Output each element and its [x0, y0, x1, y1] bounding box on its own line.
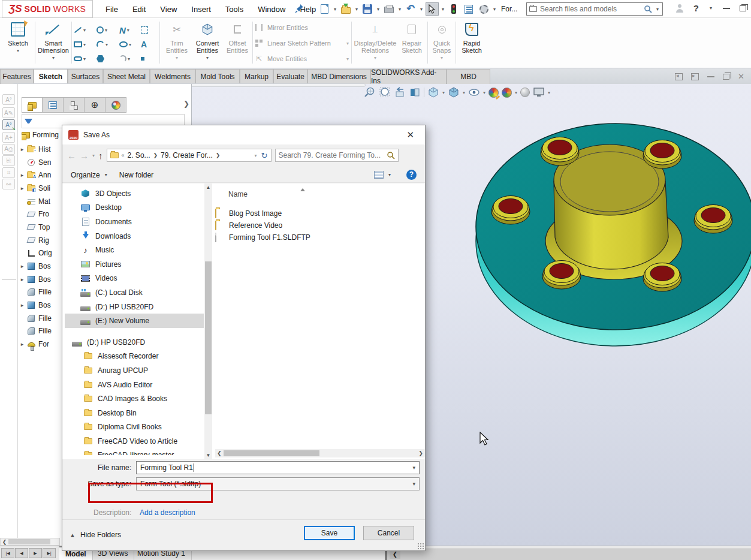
- breadcrumb-segment[interactable]: 79. Create For...: [161, 151, 213, 159]
- rectangle-tool[interactable]: ▾: [72, 37, 95, 52]
- display-style-dropdown[interactable]: ▾: [463, 90, 465, 95]
- folder-item[interactable]: Anurag UPCUP: [65, 363, 204, 378]
- global-search-box[interactable]: Search files and models ▾: [526, 2, 663, 16]
- menu-tools[interactable]: Tools: [225, 5, 243, 14]
- arc-tool[interactable]: ▾: [95, 37, 117, 52]
- address-dropdown[interactable]: ▾: [255, 153, 257, 158]
- file-row-blog-post-image[interactable]: Blog Post Image 10/31/2025 7:: [215, 207, 426, 219]
- undo-dropdown[interactable]: ▾: [419, 7, 424, 12]
- scroll-right-arrow[interactable]: ❯: [417, 450, 425, 456]
- folder-item[interactable]: FreeCAD Video to Article: [65, 434, 204, 448]
- cancel-button[interactable]: Cancel: [363, 526, 414, 540]
- menu-insert[interactable]: Insert: [191, 5, 211, 14]
- sketch-button[interactable]: Sketch▾: [4, 20, 32, 53]
- print-dropdown[interactable]: ▾: [397, 7, 402, 12]
- forming-tool-3d-model[interactable]: [384, 90, 751, 372]
- place-videos[interactable]: Videos: [65, 272, 204, 286]
- dialog-help-icon[interactable]: ?: [406, 170, 417, 180]
- scrollbar-thumb[interactable]: [8, 539, 50, 544]
- spline-tool[interactable]: N▾: [117, 23, 139, 37]
- view-orientation-icon[interactable]: [427, 86, 439, 98]
- breadcrumb-chevron[interactable]: ❯: [153, 152, 158, 158]
- tree-item-origin[interactable]: Orig: [18, 247, 62, 260]
- doc-close-icon[interactable]: ✕: [738, 72, 744, 81]
- organize-button[interactable]: Organize: [71, 171, 100, 179]
- print-icon[interactable]: [382, 2, 396, 16]
- line-tool[interactable]: ▾: [72, 23, 95, 37]
- scrollbar-thumb[interactable]: [205, 261, 212, 414]
- box-select-tool[interactable]: [139, 23, 157, 37]
- new-folder-button[interactable]: New folder: [119, 171, 153, 179]
- place-drive-e-selected[interactable]: (E:) New Volume: [65, 314, 204, 328]
- tab-dimxpert[interactable]: ⊕: [85, 97, 105, 113]
- search-icon[interactable]: [387, 151, 395, 159]
- search-dropdown[interactable]: ▾: [655, 7, 660, 12]
- tab-mold-tools[interactable]: Mold Tools: [195, 69, 240, 84]
- minimize-icon[interactable]: [723, 8, 730, 9]
- tree-item-fillet[interactable]: Fille: [18, 312, 62, 325]
- doc-minimize-icon[interactable]: [707, 76, 714, 77]
- column-name[interactable]: Name: [228, 190, 248, 198]
- folder-item[interactable]: Aissesoft Recorder: [65, 350, 204, 364]
- user-account-icon[interactable]: [675, 4, 684, 13]
- file-name-input[interactable]: Forming Tool R1 ▾: [136, 461, 420, 474]
- dialog-close-icon[interactable]: ✕: [402, 130, 419, 140]
- navigation-pane-scrollbar[interactable]: ▲ ▼: [204, 183, 212, 459]
- save-button[interactable]: Save: [304, 526, 355, 540]
- breadcrumb-overflow[interactable]: «: [122, 152, 125, 158]
- circle-tool[interactable]: ▾: [95, 23, 117, 37]
- up-icon[interactable]: ↑: [98, 150, 103, 161]
- tab-mbd-dimensions[interactable]: MBD Dimensions: [307, 69, 370, 84]
- hide-folders-button[interactable]: ▲ Hide Folders: [70, 531, 121, 539]
- screen-icon[interactable]: [533, 87, 545, 98]
- rebuild-icon[interactable]: [447, 2, 460, 16]
- place-music[interactable]: ♪Music: [65, 243, 204, 257]
- fillet-sketch-tool[interactable]: ▾: [117, 52, 139, 66]
- scroll-up-arrow[interactable]: ▲: [204, 183, 212, 191]
- help-icon[interactable]: ?: [693, 3, 699, 13]
- tree-item-top-plane[interactable]: Top: [18, 221, 62, 234]
- step-forward-button[interactable]: ▶: [29, 548, 42, 558]
- add-description-link[interactable]: Add a description: [140, 508, 195, 517]
- apply-scene-icon[interactable]: [502, 88, 512, 98]
- view-orientation-dropdown[interactable]: ▾: [442, 90, 445, 95]
- dialog-title-bar[interactable]: Save As ✕: [62, 125, 425, 144]
- options-list-icon[interactable]: [462, 2, 475, 16]
- new-document-icon[interactable]: [318, 2, 331, 16]
- select-dropdown[interactable]: ▾: [441, 7, 445, 12]
- pin-menu-icon[interactable]: [295, 4, 304, 13]
- refresh-icon[interactable]: ↻: [261, 152, 268, 159]
- zoom-to-area-icon[interactable]: [379, 86, 391, 98]
- point-tool[interactable]: [139, 52, 157, 66]
- menu-window[interactable]: Window: [258, 5, 285, 14]
- tab-feature-tree[interactable]: [22, 97, 43, 113]
- tree-item-form-tool[interactable]: ▸For: [18, 338, 62, 351]
- menu-edit[interactable]: Edit: [132, 5, 146, 14]
- folder-item[interactable]: Diploma Civil Books: [65, 420, 204, 435]
- breadcrumb-chevron[interactable]: ❯: [216, 152, 221, 158]
- tree-item-fillet[interactable]: Fille: [18, 286, 62, 299]
- tab-solidworks-add-ins[interactable]: SOLIDWORKS Add-Ins: [370, 69, 447, 84]
- folder-item[interactable]: AVS Audio Editor: [65, 378, 204, 392]
- tree-item-right-plane[interactable]: Rig: [18, 234, 62, 247]
- panel-horizontal-scrollbar[interactable]: ❮: [0, 538, 60, 546]
- fast-forward-button[interactable]: ▶|: [43, 548, 56, 558]
- menu-view[interactable]: View: [160, 5, 177, 14]
- tree-item-history[interactable]: ▸◔Hist: [18, 143, 62, 156]
- hide-show-dropdown[interactable]: ▾: [483, 90, 485, 95]
- step-back-button[interactable]: ◀: [15, 548, 28, 558]
- open-icon[interactable]: [339, 2, 352, 16]
- save-icon[interactable]: [361, 2, 374, 16]
- zoom-to-fit-icon[interactable]: [364, 86, 376, 98]
- tab-property-manager[interactable]: [43, 97, 64, 113]
- search-icon[interactable]: [644, 5, 652, 13]
- tree-item-annotations[interactable]: ▸AAnn: [18, 168, 62, 182]
- tab-sketch[interactable]: Sketch: [34, 69, 68, 84]
- view-settings-icon[interactable]: [520, 88, 530, 97]
- new-dropdown[interactable]: ▾: [333, 7, 337, 12]
- menu-file[interactable]: File: [105, 5, 118, 14]
- breadcrumb-segment[interactable]: 2. So...: [128, 151, 150, 159]
- apply-scene-dropdown[interactable]: ▾: [515, 90, 517, 95]
- tree-item-boss-extrude[interactable]: ▸Bos: [18, 273, 62, 286]
- dialog-search-box[interactable]: Search 79. Create Forming To...: [275, 149, 399, 162]
